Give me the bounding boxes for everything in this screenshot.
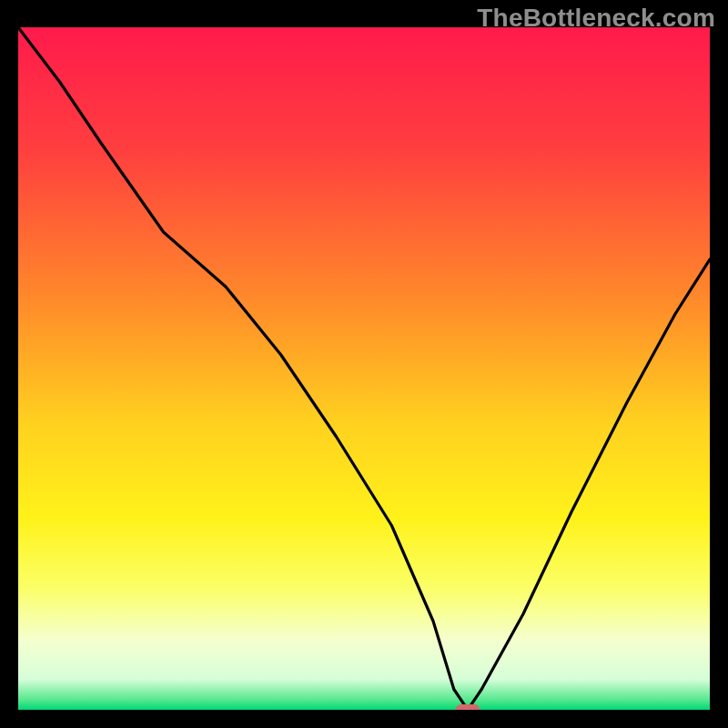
optimal-marker	[456, 704, 480, 710]
gradient-background	[18, 27, 710, 710]
chart-frame: TheBottleneck.com	[0, 0, 728, 728]
bottleneck-chart	[18, 27, 710, 710]
